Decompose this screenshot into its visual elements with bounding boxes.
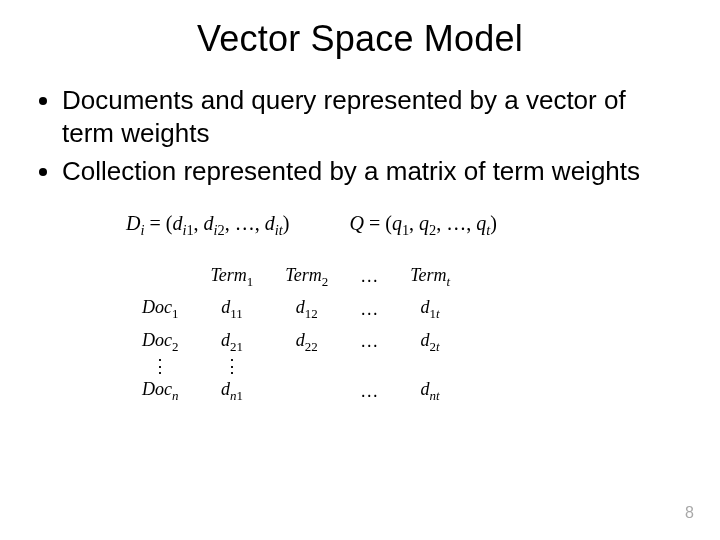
matrix-cell: d2t xyxy=(394,326,466,359)
doc-vector-equation: Di = (di1, di2, …, dit) xyxy=(126,212,289,234)
matrix-cell: dn1 xyxy=(194,375,269,408)
matrix-cell: … xyxy=(344,293,394,326)
col-header: … xyxy=(344,261,394,294)
vertical-ellipsis-icon: ⋮ xyxy=(126,358,194,375)
matrix-cell: d12 xyxy=(269,293,344,326)
col-header: Termt xyxy=(394,261,466,294)
bullet-list: Documents and query represented by a vec… xyxy=(36,84,684,188)
row-label: Doc1 xyxy=(126,293,194,326)
slide-body: Documents and query represented by a vec… xyxy=(0,60,720,408)
matrix-row: Doc1 d11 d12 … d1t xyxy=(126,293,466,326)
col-header: Term1 xyxy=(194,261,269,294)
col-header: Term2 xyxy=(269,261,344,294)
row-label: Docn xyxy=(126,375,194,408)
matrix-cell: d11 xyxy=(194,293,269,326)
matrix-table: Term1 Term2 … Termt Doc1 d11 d12 … d1t D… xyxy=(126,261,466,408)
matrix-row-ellipsis: ⋮ ⋮ xyxy=(126,358,466,375)
matrix-cell: d1t xyxy=(394,293,466,326)
bullet-item: Documents and query represented by a vec… xyxy=(62,84,684,149)
slide-title: Vector Space Model xyxy=(0,0,720,60)
query-vector-equation: Q = (q1, q2, …, qt) xyxy=(349,212,496,234)
matrix-cell: … xyxy=(344,375,394,408)
matrix-row: Doc2 d21 d22 … d2t xyxy=(126,326,466,359)
row-label: Doc2 xyxy=(126,326,194,359)
term-document-matrix: Term1 Term2 … Termt Doc1 d11 d12 … d1t D… xyxy=(36,239,684,408)
matrix-cell: d22 xyxy=(269,326,344,359)
vertical-ellipsis-icon: ⋮ xyxy=(194,358,269,375)
matrix-cell: … xyxy=(344,326,394,359)
matrix-cell: dnt xyxy=(394,375,466,408)
page-number: 8 xyxy=(685,504,694,522)
slide: Vector Space Model Documents and query r… xyxy=(0,0,720,540)
bullet-item: Collection represented by a matrix of te… xyxy=(62,155,684,188)
matrix-cell: d21 xyxy=(194,326,269,359)
matrix-header-row: Term1 Term2 … Termt xyxy=(126,261,466,294)
matrix-row: Docn dn1 … dnt xyxy=(126,375,466,408)
equation-row: Di = (di1, di2, …, dit) Q = (q1, q2, …, … xyxy=(36,194,684,239)
